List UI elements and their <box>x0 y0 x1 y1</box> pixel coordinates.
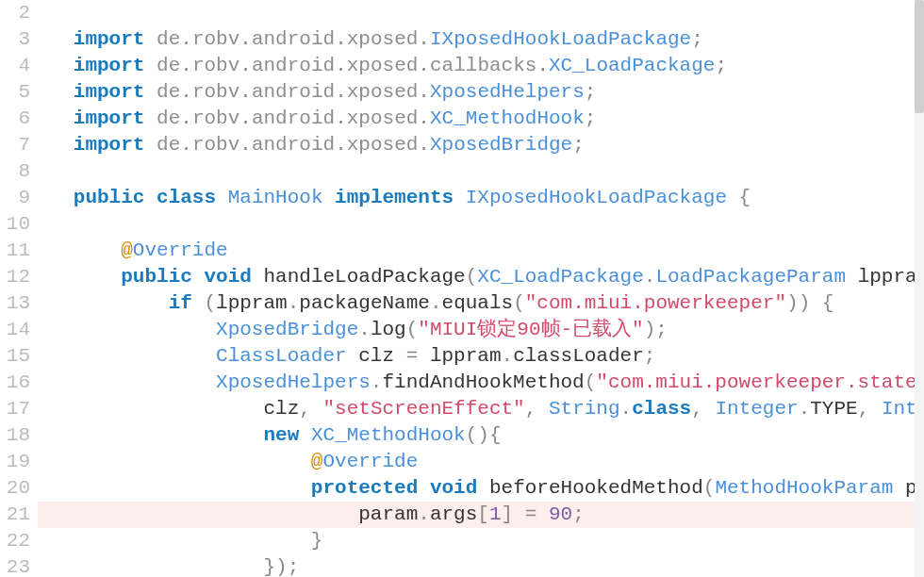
token: { <box>489 424 502 446</box>
code-line[interactable]: import de.robv.android.xposed.callbacks.… <box>38 53 924 79</box>
token: class <box>157 187 216 208</box>
token: android <box>252 55 335 76</box>
token: . <box>335 81 347 103</box>
code-line[interactable]: new XC_MethodHook(){ <box>38 422 924 449</box>
code-line[interactable]: param.args[1] = 90; <box>38 502 924 528</box>
line-number: 12 <box>0 264 38 290</box>
code-line[interactable]: if (lppram.packageName.equals("com.miui.… <box>38 290 924 317</box>
code-line[interactable]: XposedBridge.log("MIUI锁定90帧-已载入"); <box>38 317 924 343</box>
code-line[interactable]: @Override <box>38 238 924 264</box>
token: Override <box>133 239 228 261</box>
token: android <box>252 81 335 103</box>
token: ( <box>204 292 216 314</box>
token: ( <box>585 371 597 393</box>
token <box>216 187 228 208</box>
code-line[interactable]: import de.robv.android.xposed.XposedHelp… <box>38 79 924 106</box>
token: MainHook <box>228 187 323 208</box>
code-line[interactable] <box>38 0 924 26</box>
token: . <box>335 134 347 156</box>
token: { <box>822 292 834 314</box>
token: 90 <box>549 503 572 525</box>
token: log <box>371 319 406 340</box>
code-line[interactable]: clz, "setScreenEffect", String.class, In… <box>38 396 924 422</box>
token: ) <box>644 319 656 340</box>
token: ; <box>715 55 727 76</box>
token <box>144 134 157 156</box>
token: . <box>180 28 192 50</box>
token: . <box>335 107 347 129</box>
token: . <box>620 398 633 420</box>
token: XposedHelpers <box>430 81 585 103</box>
token: . <box>644 266 656 288</box>
line-number-gutter: 234567891011121314151617181920212223 <box>0 0 38 577</box>
code-line[interactable]: } <box>38 528 924 554</box>
token: import <box>74 134 145 156</box>
token: xposed <box>347 28 419 50</box>
token <box>144 81 157 103</box>
code-line[interactable]: import de.robv.android.xposed.XposedBrid… <box>38 132 924 158</box>
token <box>418 345 430 367</box>
code-line[interactable]: protected void beforeHookedMethod(Method… <box>38 475 924 502</box>
token: . <box>239 28 252 50</box>
token: , <box>299 398 311 420</box>
token <box>192 266 205 288</box>
token: xposed <box>347 134 419 156</box>
token: . <box>418 107 430 129</box>
token: IXposedHookLoadPackage <box>430 28 691 50</box>
code-line[interactable] <box>38 211 924 238</box>
token: . <box>180 55 192 76</box>
line-number: 21 <box>0 502 38 528</box>
code-line[interactable]: public void handleLoadPackage(XC_LoadPac… <box>38 264 924 290</box>
token: . <box>239 134 252 156</box>
scrollbar-thumb[interactable] <box>915 0 924 113</box>
token: args <box>430 503 477 525</box>
token <box>536 398 549 420</box>
token: . <box>239 81 252 103</box>
token: @ <box>311 451 323 472</box>
token: void <box>430 477 477 499</box>
token: ; <box>572 134 585 156</box>
token: . <box>335 28 347 50</box>
scrollbar-track[interactable] <box>915 0 924 577</box>
code-area[interactable]: import de.robv.android.xposed.IXposedHoo… <box>38 0 924 577</box>
token: xposed <box>347 81 419 103</box>
token: LoadPackageParam <box>655 266 846 288</box>
code-line[interactable]: ClassLoader clz = lppram.classLoader; <box>38 343 924 370</box>
line-number: 22 <box>0 528 38 554</box>
token: XC_MethodHook <box>311 424 466 446</box>
token: robv <box>192 107 239 129</box>
token: ; <box>288 556 300 577</box>
line-number: 14 <box>0 317 38 343</box>
token: ; <box>655 319 668 340</box>
token: IXposedHookLoadPackage <box>466 187 727 208</box>
token: de <box>157 55 180 76</box>
code-line[interactable]: import de.robv.android.xposed.XC_MethodH… <box>38 106 924 132</box>
token: de <box>157 134 180 156</box>
code-editor[interactable]: 234567891011121314151617181920212223 imp… <box>0 0 924 577</box>
token: "com.miui.powerkeeper" <box>525 292 786 314</box>
token: . <box>239 55 252 76</box>
token <box>454 187 466 208</box>
code-line[interactable]: XposedHelpers.findAndHookMethod("com.miu… <box>38 370 924 396</box>
token <box>727 187 739 208</box>
token: ) <box>477 424 489 446</box>
code-line[interactable]: import de.robv.android.xposed.IXposedHoo… <box>38 26 924 53</box>
line-number: 9 <box>0 185 38 211</box>
token: , <box>858 398 870 420</box>
token: } <box>311 530 323 552</box>
token: . <box>418 134 430 156</box>
line-number: 16 <box>0 370 38 396</box>
token: . <box>358 319 371 340</box>
token: . <box>430 292 442 314</box>
token: public <box>74 187 145 208</box>
code-line[interactable]: }); <box>38 554 924 577</box>
code-line[interactable]: @Override <box>38 449 924 475</box>
token: ( <box>466 424 478 446</box>
line-number: 3 <box>0 26 38 53</box>
code-line[interactable]: public class MainHook implements IXposed… <box>38 185 924 211</box>
token: ] <box>502 503 514 525</box>
token: android <box>252 28 335 50</box>
code-line[interactable] <box>38 158 924 185</box>
token <box>323 187 336 208</box>
token <box>311 398 323 420</box>
